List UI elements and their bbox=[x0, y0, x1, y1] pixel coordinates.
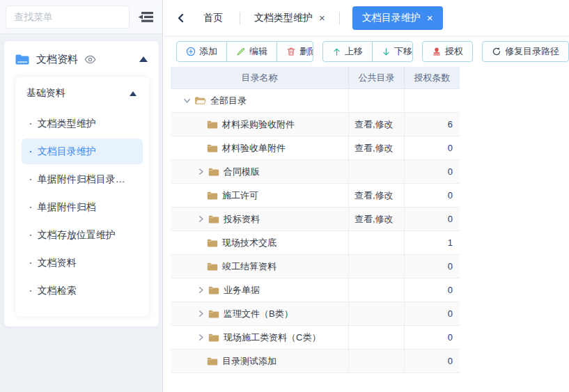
close-icon[interactable]: × bbox=[319, 13, 325, 23]
table-row[interactable]: 合同模版 0 bbox=[171, 160, 460, 184]
table-row[interactable]: 全部目录 bbox=[171, 89, 460, 113]
cell-public-directory bbox=[348, 302, 404, 325]
close-icon[interactable]: × bbox=[427, 13, 433, 23]
tabs-scroll-left-button[interactable] bbox=[173, 10, 189, 26]
move-down-button[interactable]: 下移 bbox=[372, 42, 413, 61]
cell-name: 材料采购验收附件 bbox=[171, 113, 348, 136]
collapse-arrow-icon[interactable] bbox=[130, 91, 137, 96]
bullet-icon: · bbox=[29, 118, 33, 130]
cell-name: 目录测试添加 bbox=[171, 350, 348, 373]
tree-expand-chevron-icon[interactable] bbox=[182, 96, 192, 106]
cell-auth-count: 1 bbox=[404, 231, 460, 254]
cell-name: 材料验收单附件 bbox=[171, 136, 348, 159]
authorize-button[interactable]: 授权 bbox=[422, 41, 473, 62]
table-row[interactable]: 业务单据 0 bbox=[171, 279, 460, 302]
search-input[interactable] bbox=[14, 11, 121, 22]
column-header-directory-name[interactable]: 目录名称 bbox=[171, 67, 348, 88]
tree-expand-chevron-icon[interactable] bbox=[196, 309, 205, 319]
sidebar-item-0[interactable]: · 文档类型维护 bbox=[22, 111, 143, 136]
sidebar-item-4[interactable]: · 文档存放位置维护 bbox=[22, 222, 143, 248]
bullet-icon: · bbox=[29, 146, 33, 157]
refresh-icon bbox=[492, 47, 501, 56]
chevron-left-icon bbox=[176, 13, 187, 24]
cell-name: 现场施工类资料（C类） bbox=[171, 326, 348, 349]
table-row[interactable]: 监理文件（B类） 0 bbox=[171, 302, 460, 326]
stamp-icon bbox=[432, 47, 442, 56]
tree-expand-chevron-icon[interactable] bbox=[196, 214, 205, 224]
folder-open-icon bbox=[194, 96, 206, 105]
tree-expand-chevron-icon[interactable] bbox=[196, 285, 205, 295]
folder-icon bbox=[208, 334, 219, 342]
collapse-menu-icon bbox=[137, 10, 155, 24]
repair-directory-path-button-label: 修复目录路径 bbox=[505, 45, 559, 58]
sidebar-item-label: 文档检索 bbox=[38, 285, 77, 297]
tab-home[interactable]: 首页 bbox=[203, 12, 223, 24]
sidebar-item-label: 单据附件归档目录… bbox=[38, 173, 125, 186]
tree-expand-chevron-icon[interactable] bbox=[196, 333, 205, 343]
folder-icon bbox=[207, 120, 218, 129]
move-up-button[interactable]: 上移 bbox=[323, 42, 372, 61]
cell-name-label: 投标资料 bbox=[224, 213, 260, 226]
cell-name-label: 材料采购验收附件 bbox=[222, 118, 295, 131]
column-header-public-directory[interactable]: 公共目录 bbox=[348, 67, 404, 88]
table-row[interactable]: 施工许可 查看,修改 0 bbox=[171, 184, 460, 207]
delete-button-label: 删除 bbox=[299, 45, 313, 58]
cell-name: 现场技术交底 bbox=[171, 231, 348, 254]
eye-icon[interactable] bbox=[84, 55, 96, 64]
sidebar-item-2[interactable]: · 单据附件归档目录… bbox=[22, 166, 143, 192]
bullet-icon: · bbox=[29, 230, 33, 241]
table-row[interactable]: 竣工结算资料 0 bbox=[171, 255, 460, 279]
tree-expand-chevron-icon[interactable] bbox=[196, 167, 205, 177]
sidebar-root-document-materials[interactable]: 文档资料 bbox=[4, 45, 159, 74]
cell-name-label: 现场施工类资料（C类） bbox=[224, 331, 320, 344]
sidebar-item-5[interactable]: · 文档资料 bbox=[22, 250, 143, 276]
column-header-auth-count[interactable]: 授权条数 bbox=[404, 67, 460, 88]
cell-name: 监理文件（B类） bbox=[171, 302, 348, 325]
table-row[interactable]: 投标资料 查看,修改 0 bbox=[171, 207, 460, 231]
cell-name: 施工许可 bbox=[171, 184, 348, 207]
collapse-sidebar-button[interactable] bbox=[136, 6, 157, 27]
sidebar-item-3[interactable]: · 单据附件归档 bbox=[22, 194, 143, 220]
sidebar-body: 文档资料 基础资料 · 文档类 bbox=[0, 34, 162, 327]
sidebar: 文档资料 基础资料 · 文档类 bbox=[0, 0, 163, 392]
cell-name-label: 材料验收单附件 bbox=[222, 142, 286, 155]
cell-name-label: 合同模版 bbox=[224, 166, 260, 178]
cell-public-directory bbox=[348, 231, 404, 254]
tab-document-directory[interactable]: 文档目录维护 × bbox=[352, 6, 443, 30]
collapse-arrow-icon[interactable] bbox=[139, 56, 148, 62]
folder-icon bbox=[207, 357, 218, 366]
sidebar-menu: · 文档类型维护 · 文档目录维护 · 单据附件归档目录… · 单据附件归档 ·… bbox=[15, 107, 149, 304]
cell-name-label: 竣工结算资料 bbox=[222, 260, 276, 273]
page-content: 添加 编辑 bbox=[163, 36, 569, 392]
sidebar-item-1[interactable]: · 文档目录维护 bbox=[22, 139, 143, 164]
folder-icon bbox=[208, 215, 219, 224]
add-button[interactable]: 添加 bbox=[177, 42, 226, 61]
table-row[interactable]: 现场施工类资料（C类） 0 bbox=[171, 326, 460, 350]
cell-auth-count: 0 bbox=[404, 326, 460, 349]
folder-icon bbox=[208, 286, 219, 295]
add-button-label: 添加 bbox=[199, 45, 217, 58]
folder-blue-icon bbox=[15, 54, 30, 65]
table-row[interactable]: 材料采购验收附件 查看,修改 6 bbox=[171, 113, 460, 136]
bullet-icon: · bbox=[29, 285, 33, 297]
table-row[interactable]: 目录测试添加 0 bbox=[171, 350, 460, 373]
bullet-icon: · bbox=[29, 174, 33, 185]
cell-auth-count: 0 bbox=[404, 160, 460, 183]
cell-auth-count bbox=[404, 89, 460, 112]
folder-icon bbox=[208, 310, 219, 318]
sidebar-item-label: 文档资料 bbox=[38, 257, 77, 269]
repair-directory-path-button[interactable]: 修复目录路径 bbox=[482, 41, 569, 62]
table-row[interactable]: 材料验收单附件 查看,修改 0 bbox=[171, 136, 460, 160]
sidebar-root-label: 文档资料 bbox=[36, 53, 78, 66]
tab-document-type[interactable]: 文档类型维护 × bbox=[254, 12, 325, 24]
sidebar-group-basic-data[interactable]: 基础资料 bbox=[15, 79, 149, 107]
tab-bar: 首页 文档类型维护 × 文档目录维护 × bbox=[163, 0, 569, 36]
edit-button-label: 编辑 bbox=[249, 45, 267, 58]
edit-button[interactable]: 编辑 bbox=[226, 42, 276, 61]
table-row[interactable]: 现场技术交底 1 bbox=[171, 231, 460, 255]
cell-public-directory bbox=[348, 279, 404, 301]
delete-button[interactable]: 删除 bbox=[276, 42, 313, 61]
folder-icon bbox=[207, 239, 218, 247]
sidebar-item-6[interactable]: · 文档检索 bbox=[22, 278, 143, 304]
sidebar-group-label: 基础资料 bbox=[26, 87, 130, 100]
